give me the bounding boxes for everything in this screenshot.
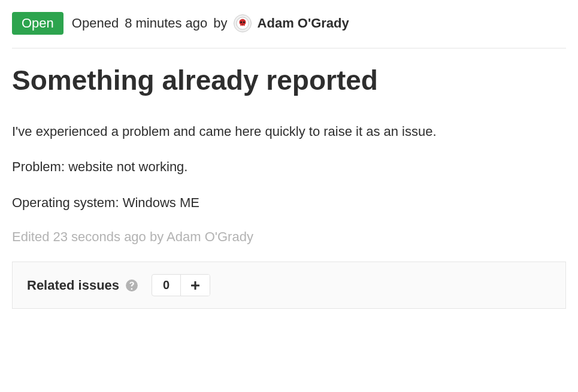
body-paragraph: Operating system: Windows ME [12, 193, 566, 212]
related-count: 0 [152, 275, 181, 296]
svg-rect-5 [191, 284, 199, 286]
plus-icon [190, 281, 200, 290]
issue-meta-row: Open Opened 8 minutes ago by Adam O'Grad… [12, 12, 566, 48]
issue-body: I've experienced a problem and came here… [12, 122, 566, 213]
body-paragraph: Problem: website not working. [12, 157, 566, 177]
opened-info: Opened 8 minutes ago by Adam O'Grady [72, 14, 349, 32]
opened-prefix: Opened [72, 16, 119, 31]
issue-title: Something already reported [12, 65, 566, 96]
edited-note: Edited 23 seconds ago by Adam O'Grady [12, 229, 566, 245]
add-related-button[interactable] [181, 275, 210, 296]
skull-icon [236, 17, 249, 30]
help-icon[interactable] [125, 279, 138, 292]
status-badge: Open [12, 12, 63, 35]
by-text: by [213, 16, 227, 31]
related-issues-panel: Related issues 0 [12, 262, 566, 309]
related-count-group: 0 [152, 274, 210, 296]
author-link[interactable]: Adam O'Grady [258, 16, 349, 31]
author-avatar[interactable] [234, 14, 252, 32]
related-issues-label: Related issues [27, 278, 119, 293]
opened-time: 8 minutes ago [125, 16, 207, 31]
body-paragraph: I've experienced a problem and came here… [12, 122, 566, 141]
svg-point-2 [243, 22, 244, 23]
svg-point-1 [240, 22, 242, 23]
